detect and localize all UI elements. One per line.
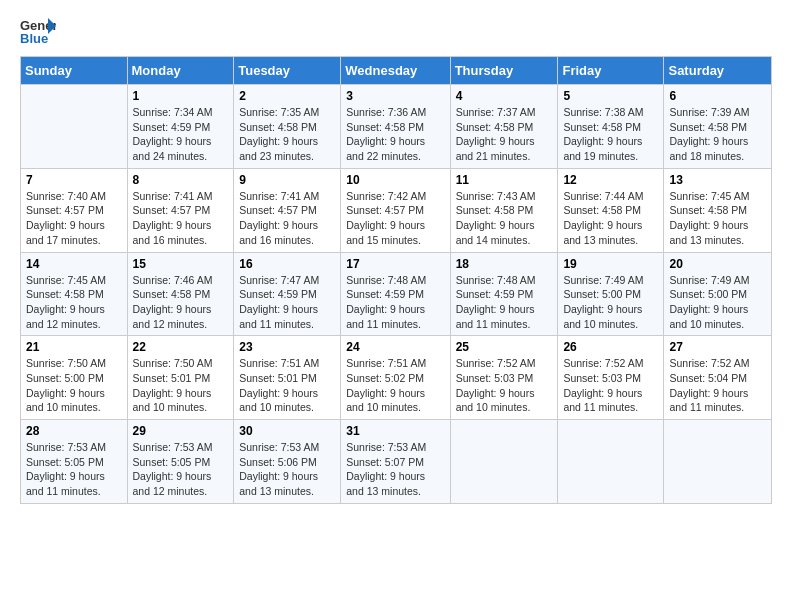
day-number: 18 [456, 257, 553, 271]
day-info: Sunrise: 7:43 AMSunset: 4:58 PMDaylight:… [456, 189, 553, 248]
day-info: Sunrise: 7:45 AMSunset: 4:58 PMDaylight:… [26, 273, 122, 332]
calendar-cell: 2Sunrise: 7:35 AMSunset: 4:58 PMDaylight… [234, 85, 341, 169]
day-number: 21 [26, 340, 122, 354]
weekday-header-monday: Monday [127, 57, 234, 85]
calendar-table: SundayMondayTuesdayWednesdayThursdayFrid… [20, 56, 772, 504]
day-info: Sunrise: 7:38 AMSunset: 4:58 PMDaylight:… [563, 105, 658, 164]
day-info: Sunrise: 7:51 AMSunset: 5:02 PMDaylight:… [346, 356, 444, 415]
day-number: 1 [133, 89, 229, 103]
day-info: Sunrise: 7:45 AMSunset: 4:58 PMDaylight:… [669, 189, 766, 248]
day-number: 15 [133, 257, 229, 271]
day-number: 23 [239, 340, 335, 354]
day-number: 27 [669, 340, 766, 354]
day-info: Sunrise: 7:40 AMSunset: 4:57 PMDaylight:… [26, 189, 122, 248]
weekday-header-wednesday: Wednesday [341, 57, 450, 85]
calendar-cell [664, 420, 772, 504]
calendar-cell: 31Sunrise: 7:53 AMSunset: 5:07 PMDayligh… [341, 420, 450, 504]
day-info: Sunrise: 7:52 AMSunset: 5:04 PMDaylight:… [669, 356, 766, 415]
calendar-cell: 26Sunrise: 7:52 AMSunset: 5:03 PMDayligh… [558, 336, 664, 420]
day-info: Sunrise: 7:35 AMSunset: 4:58 PMDaylight:… [239, 105, 335, 164]
weekday-header-row: SundayMondayTuesdayWednesdayThursdayFrid… [21, 57, 772, 85]
day-number: 25 [456, 340, 553, 354]
day-number: 16 [239, 257, 335, 271]
day-info: Sunrise: 7:36 AMSunset: 4:58 PMDaylight:… [346, 105, 444, 164]
calendar-cell: 8Sunrise: 7:41 AMSunset: 4:57 PMDaylight… [127, 168, 234, 252]
day-number: 29 [133, 424, 229, 438]
weekday-header-tuesday: Tuesday [234, 57, 341, 85]
weekday-header-friday: Friday [558, 57, 664, 85]
calendar-cell: 29Sunrise: 7:53 AMSunset: 5:05 PMDayligh… [127, 420, 234, 504]
calendar-cell: 12Sunrise: 7:44 AMSunset: 4:58 PMDayligh… [558, 168, 664, 252]
calendar-cell: 3Sunrise: 7:36 AMSunset: 4:58 PMDaylight… [341, 85, 450, 169]
calendar-week-row: 1Sunrise: 7:34 AMSunset: 4:59 PMDaylight… [21, 85, 772, 169]
calendar-cell: 22Sunrise: 7:50 AMSunset: 5:01 PMDayligh… [127, 336, 234, 420]
day-info: Sunrise: 7:49 AMSunset: 5:00 PMDaylight:… [669, 273, 766, 332]
calendar-cell: 24Sunrise: 7:51 AMSunset: 5:02 PMDayligh… [341, 336, 450, 420]
calendar-cell [21, 85, 128, 169]
calendar-cell: 13Sunrise: 7:45 AMSunset: 4:58 PMDayligh… [664, 168, 772, 252]
day-info: Sunrise: 7:37 AMSunset: 4:58 PMDaylight:… [456, 105, 553, 164]
calendar-cell [450, 420, 558, 504]
day-info: Sunrise: 7:51 AMSunset: 5:01 PMDaylight:… [239, 356, 335, 415]
day-info: Sunrise: 7:41 AMSunset: 4:57 PMDaylight:… [133, 189, 229, 248]
calendar-week-row: 7Sunrise: 7:40 AMSunset: 4:57 PMDaylight… [21, 168, 772, 252]
calendar-cell: 18Sunrise: 7:48 AMSunset: 4:59 PMDayligh… [450, 252, 558, 336]
day-number: 22 [133, 340, 229, 354]
day-info: Sunrise: 7:49 AMSunset: 5:00 PMDaylight:… [563, 273, 658, 332]
day-number: 5 [563, 89, 658, 103]
day-number: 10 [346, 173, 444, 187]
day-number: 28 [26, 424, 122, 438]
day-number: 8 [133, 173, 229, 187]
calendar-cell: 20Sunrise: 7:49 AMSunset: 5:00 PMDayligh… [664, 252, 772, 336]
calendar-cell: 7Sunrise: 7:40 AMSunset: 4:57 PMDaylight… [21, 168, 128, 252]
calendar-week-row: 21Sunrise: 7:50 AMSunset: 5:00 PMDayligh… [21, 336, 772, 420]
calendar-cell: 15Sunrise: 7:46 AMSunset: 4:58 PMDayligh… [127, 252, 234, 336]
day-number: 12 [563, 173, 658, 187]
calendar-cell: 9Sunrise: 7:41 AMSunset: 4:57 PMDaylight… [234, 168, 341, 252]
calendar-cell: 23Sunrise: 7:51 AMSunset: 5:01 PMDayligh… [234, 336, 341, 420]
day-info: Sunrise: 7:48 AMSunset: 4:59 PMDaylight:… [346, 273, 444, 332]
day-number: 31 [346, 424, 444, 438]
day-info: Sunrise: 7:53 AMSunset: 5:07 PMDaylight:… [346, 440, 444, 499]
day-number: 20 [669, 257, 766, 271]
day-info: Sunrise: 7:50 AMSunset: 5:01 PMDaylight:… [133, 356, 229, 415]
weekday-header-sunday: Sunday [21, 57, 128, 85]
day-number: 13 [669, 173, 766, 187]
calendar-cell: 30Sunrise: 7:53 AMSunset: 5:06 PMDayligh… [234, 420, 341, 504]
calendar-cell: 10Sunrise: 7:42 AMSunset: 4:57 PMDayligh… [341, 168, 450, 252]
calendar-cell: 6Sunrise: 7:39 AMSunset: 4:58 PMDaylight… [664, 85, 772, 169]
day-info: Sunrise: 7:50 AMSunset: 5:00 PMDaylight:… [26, 356, 122, 415]
calendar-cell: 27Sunrise: 7:52 AMSunset: 5:04 PMDayligh… [664, 336, 772, 420]
calendar-cell: 4Sunrise: 7:37 AMSunset: 4:58 PMDaylight… [450, 85, 558, 169]
day-info: Sunrise: 7:47 AMSunset: 4:59 PMDaylight:… [239, 273, 335, 332]
day-number: 30 [239, 424, 335, 438]
logo-icon: General Blue [20, 16, 56, 46]
day-number: 9 [239, 173, 335, 187]
day-number: 2 [239, 89, 335, 103]
day-info: Sunrise: 7:52 AMSunset: 5:03 PMDaylight:… [456, 356, 553, 415]
day-number: 14 [26, 257, 122, 271]
day-info: Sunrise: 7:34 AMSunset: 4:59 PMDaylight:… [133, 105, 229, 164]
day-info: Sunrise: 7:42 AMSunset: 4:57 PMDaylight:… [346, 189, 444, 248]
calendar-cell: 19Sunrise: 7:49 AMSunset: 5:00 PMDayligh… [558, 252, 664, 336]
day-info: Sunrise: 7:44 AMSunset: 4:58 PMDaylight:… [563, 189, 658, 248]
calendar-cell: 21Sunrise: 7:50 AMSunset: 5:00 PMDayligh… [21, 336, 128, 420]
day-info: Sunrise: 7:53 AMSunset: 5:05 PMDaylight:… [133, 440, 229, 499]
calendar-cell: 14Sunrise: 7:45 AMSunset: 4:58 PMDayligh… [21, 252, 128, 336]
weekday-header-saturday: Saturday [664, 57, 772, 85]
svg-text:Blue: Blue [20, 31, 48, 46]
calendar-cell: 17Sunrise: 7:48 AMSunset: 4:59 PMDayligh… [341, 252, 450, 336]
weekday-header-thursday: Thursday [450, 57, 558, 85]
day-info: Sunrise: 7:53 AMSunset: 5:05 PMDaylight:… [26, 440, 122, 499]
calendar-cell: 28Sunrise: 7:53 AMSunset: 5:05 PMDayligh… [21, 420, 128, 504]
calendar-cell: 5Sunrise: 7:38 AMSunset: 4:58 PMDaylight… [558, 85, 664, 169]
day-number: 7 [26, 173, 122, 187]
calendar-cell: 16Sunrise: 7:47 AMSunset: 4:59 PMDayligh… [234, 252, 341, 336]
calendar-cell: 11Sunrise: 7:43 AMSunset: 4:58 PMDayligh… [450, 168, 558, 252]
page-header: General Blue [20, 16, 772, 46]
day-info: Sunrise: 7:46 AMSunset: 4:58 PMDaylight:… [133, 273, 229, 332]
day-number: 19 [563, 257, 658, 271]
day-number: 26 [563, 340, 658, 354]
day-number: 4 [456, 89, 553, 103]
day-info: Sunrise: 7:53 AMSunset: 5:06 PMDaylight:… [239, 440, 335, 499]
